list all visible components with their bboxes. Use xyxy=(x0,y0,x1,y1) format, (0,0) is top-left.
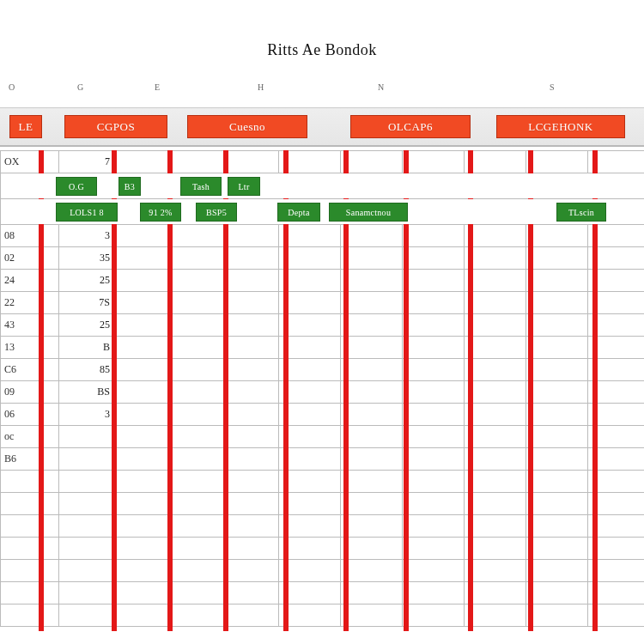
cell[interactable] xyxy=(224,337,279,359)
cell[interactable]: LOLS1 891 2%BSP5DeptaSanamctnouTLscin xyxy=(1,199,645,225)
cell[interactable] xyxy=(279,247,341,270)
cell[interactable] xyxy=(341,426,403,448)
category-chip[interactable]: Sanamctnou xyxy=(329,203,408,222)
cell[interactable] xyxy=(1,515,40,538)
cell[interactable] xyxy=(40,151,59,173)
cell[interactable] xyxy=(114,359,169,381)
cell[interactable] xyxy=(1,582,40,605)
cell[interactable] xyxy=(403,605,465,627)
category-chip[interactable]: 91 2% xyxy=(140,203,181,222)
cell[interactable] xyxy=(40,493,59,515)
cell[interactable] xyxy=(526,448,588,471)
table-row[interactable]: 227S xyxy=(1,292,645,314)
cell[interactable] xyxy=(588,471,645,493)
cell[interactable] xyxy=(40,381,59,404)
cell[interactable] xyxy=(40,404,59,426)
cell[interactable] xyxy=(169,337,224,359)
cell[interactable] xyxy=(114,225,169,247)
cell[interactable]: BS xyxy=(59,381,114,404)
cell[interactable] xyxy=(588,605,645,627)
cell[interactable] xyxy=(403,225,465,247)
cell[interactable]: O.GB3TashLtr xyxy=(1,173,645,199)
cell[interactable] xyxy=(588,247,645,270)
cell[interactable] xyxy=(465,426,526,448)
cell[interactable] xyxy=(279,404,341,426)
cell[interactable] xyxy=(114,270,169,292)
cell[interactable] xyxy=(403,582,465,605)
cell[interactable] xyxy=(526,538,588,560)
spreadsheet-grid[interactable]: OX7O.GB3TashLtrLOLS1 891 2%BSP5DeptaSana… xyxy=(0,150,644,631)
cell[interactable] xyxy=(526,493,588,515)
cell[interactable] xyxy=(169,270,224,292)
cell[interactable] xyxy=(1,605,40,627)
cell[interactable] xyxy=(341,448,403,471)
cell[interactable] xyxy=(588,515,645,538)
cell[interactable] xyxy=(279,471,341,493)
cell[interactable] xyxy=(526,560,588,582)
cell[interactable] xyxy=(224,493,279,515)
table-row[interactable]: B6 xyxy=(1,448,645,471)
cell[interactable]: 3 xyxy=(59,225,114,247)
cell[interactable] xyxy=(224,515,279,538)
cell[interactable] xyxy=(526,605,588,627)
cell[interactable]: 13 xyxy=(1,337,40,359)
cell[interactable] xyxy=(465,225,526,247)
category-chip[interactable]: Ltr xyxy=(228,177,260,196)
cell[interactable] xyxy=(588,381,645,404)
cell[interactable] xyxy=(114,292,169,314)
cell[interactable] xyxy=(588,151,645,173)
cell[interactable] xyxy=(341,151,403,173)
cell[interactable] xyxy=(465,151,526,173)
cell[interactable] xyxy=(169,381,224,404)
cell[interactable] xyxy=(224,225,279,247)
cell[interactable] xyxy=(114,448,169,471)
cell[interactable] xyxy=(465,605,526,627)
cell[interactable] xyxy=(279,582,341,605)
cell[interactable] xyxy=(526,225,588,247)
cell[interactable] xyxy=(40,448,59,471)
cell[interactable] xyxy=(465,314,526,337)
cell[interactable] xyxy=(169,471,224,493)
cell[interactable] xyxy=(403,359,465,381)
cell[interactable] xyxy=(465,560,526,582)
cell[interactable] xyxy=(526,151,588,173)
cell[interactable] xyxy=(279,225,341,247)
table-row[interactable]: LOLS1 891 2%BSP5DeptaSanamctnouTLscin xyxy=(1,199,645,225)
table-row[interactable] xyxy=(1,493,645,515)
cell[interactable] xyxy=(526,515,588,538)
cell[interactable] xyxy=(224,270,279,292)
cell[interactable] xyxy=(341,270,403,292)
table-row[interactable]: oc xyxy=(1,426,645,448)
cell[interactable] xyxy=(526,359,588,381)
cell[interactable]: 7 xyxy=(59,151,114,173)
cell[interactable] xyxy=(588,582,645,605)
cell[interactable] xyxy=(169,582,224,605)
cell[interactable] xyxy=(403,381,465,404)
cell[interactable] xyxy=(59,538,114,560)
cell[interactable] xyxy=(40,359,59,381)
column-header[interactable]: LCGEHONK xyxy=(496,115,625,138)
cell[interactable] xyxy=(465,448,526,471)
category-chip[interactable]: BSP5 xyxy=(196,203,237,222)
cell[interactable] xyxy=(59,560,114,582)
cell[interactable] xyxy=(224,448,279,471)
cell[interactable] xyxy=(40,538,59,560)
cell[interactable] xyxy=(588,448,645,471)
cell[interactable]: 24 xyxy=(1,270,40,292)
cell[interactable] xyxy=(465,359,526,381)
cell[interactable]: B xyxy=(59,337,114,359)
cell[interactable]: 43 xyxy=(1,314,40,337)
cell[interactable] xyxy=(465,515,526,538)
category-chip[interactable]: TLscin xyxy=(556,203,606,222)
table-row[interactable] xyxy=(1,471,645,493)
cell[interactable] xyxy=(40,426,59,448)
cell[interactable] xyxy=(403,314,465,337)
cell[interactable] xyxy=(169,225,224,247)
cell[interactable] xyxy=(114,471,169,493)
cell[interactable] xyxy=(526,292,588,314)
cell[interactable] xyxy=(224,471,279,493)
cell[interactable] xyxy=(169,515,224,538)
cell[interactable] xyxy=(403,247,465,270)
table-row[interactable]: 063 xyxy=(1,404,645,426)
cell[interactable] xyxy=(341,560,403,582)
